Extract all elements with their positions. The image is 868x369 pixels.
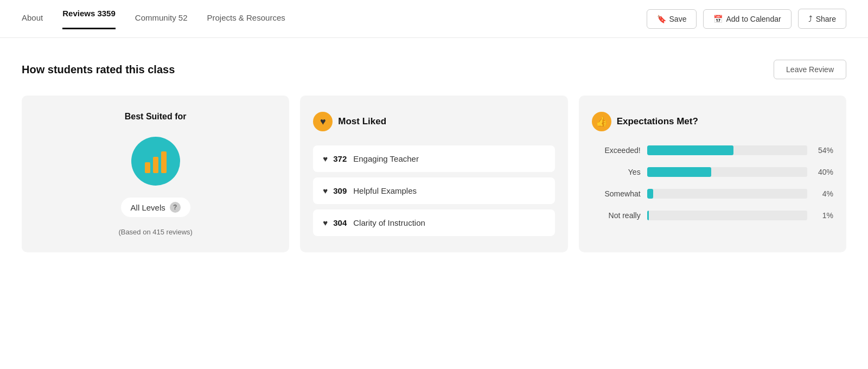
exp-bar-yes	[647, 167, 711, 177]
list-item: ♥ 304 Clarity of Instruction	[313, 209, 554, 236]
liked-label-3: Clarity of Instruction	[353, 218, 425, 227]
exp-bar-bg-exceeded	[647, 145, 807, 155]
share-button[interactable]: ⤴ Share	[798, 9, 846, 29]
heart-icon-3: ♥	[323, 218, 328, 227]
list-item: ♥ 309 Helpful Examples	[313, 177, 554, 204]
nav-community[interactable]: Community 52	[135, 13, 188, 24]
bar-2	[153, 157, 158, 173]
add-to-calendar-button[interactable]: 📅 Add to Calendar	[703, 9, 791, 29]
section-header: How students rated this class Leave Revi…	[22, 60, 846, 79]
exp-label-yes: Yes	[592, 168, 641, 176]
cards-row: Best Suited for All Levels ? (Based on 4…	[22, 96, 846, 252]
liked-label-2: Helpful Examples	[353, 186, 417, 195]
bar-3	[161, 151, 167, 173]
exp-bar-somewhat	[647, 189, 654, 199]
exp-label-somewhat: Somewhat	[592, 189, 641, 198]
nav-actions: 🔖 Save 📅 Add to Calendar ⤴ Share	[647, 9, 846, 29]
exp-label-not-really: Not really	[592, 211, 641, 220]
exp-bar-bg-yes	[647, 167, 807, 177]
expectations-row-exceeded: Exceeded! 54%	[592, 145, 833, 155]
liked-label-1: Engaging Teacher	[353, 154, 419, 163]
expectations-title: Expectations Met?	[617, 116, 698, 127]
most-liked-title: Most Liked	[338, 116, 386, 127]
expectations-header: 👍 Expectations Met?	[592, 112, 833, 131]
exp-label-exceeded: Exceeded!	[592, 146, 641, 155]
heart-icon-1: ♥	[323, 154, 328, 163]
based-on-text: (Based on 415 reviews)	[118, 228, 193, 236]
save-button[interactable]: 🔖 Save	[647, 9, 697, 29]
help-icon[interactable]: ?	[170, 202, 181, 213]
exp-bar-bg-somewhat	[647, 189, 807, 199]
exp-bar-exceeded	[647, 145, 733, 155]
exp-bar-not-really	[647, 211, 649, 220]
exp-bar-bg-not-really	[647, 211, 807, 220]
bar-1	[145, 162, 150, 173]
thumbsup-icon: 👍	[596, 116, 608, 128]
best-suited-title: Best Suited for	[125, 112, 187, 122]
leave-review-button[interactable]: Leave Review	[774, 60, 846, 79]
expectations-row-not-really: Not really 1%	[592, 211, 833, 220]
share-icon: ⤴	[808, 14, 813, 23]
liked-count-3: 304	[333, 218, 347, 227]
nav-tabs: About Reviews 3359 Community 52 Projects…	[22, 9, 285, 29]
most-liked-card: ♥ Most Liked ♥ 372 Engaging Teacher ♥ 30…	[300, 96, 567, 252]
expectations-row-somewhat: Somewhat 4%	[592, 189, 833, 199]
expectations-row-yes: Yes 40%	[592, 167, 833, 177]
section-title: How students rated this class	[22, 63, 175, 76]
level-label: All Levels	[131, 203, 165, 212]
most-liked-icon: ♥	[313, 112, 333, 131]
most-liked-header: ♥ Most Liked	[313, 112, 554, 131]
calendar-icon: 📅	[713, 15, 723, 23]
heart-icon-2: ♥	[323, 186, 328, 195]
level-badge: All Levels ?	[121, 198, 190, 217]
navigation: About Reviews 3359 Community 52 Projects…	[0, 0, 868, 38]
level-chart-icon	[131, 137, 180, 186]
exp-pct-not-really: 1%	[814, 211, 833, 220]
main-content: How students rated this class Leave Revi…	[0, 38, 868, 274]
exp-pct-exceeded: 54%	[814, 146, 833, 155]
nav-projects[interactable]: Projects & Resources	[207, 13, 285, 24]
exp-pct-yes: 40%	[814, 168, 833, 176]
bookmark-icon: 🔖	[657, 15, 666, 23]
liked-count-2: 309	[333, 186, 347, 195]
expectations-card: 👍 Expectations Met? Exceeded! 54% Yes 40…	[579, 96, 846, 252]
nav-reviews[interactable]: Reviews 3359	[62, 9, 116, 29]
best-suited-card: Best Suited for All Levels ? (Based on 4…	[22, 96, 289, 252]
liked-count-1: 372	[333, 154, 347, 163]
exp-pct-somewhat: 4%	[814, 189, 833, 198]
heart-circle-icon: ♥	[320, 116, 326, 128]
nav-about[interactable]: About	[22, 13, 43, 24]
bar-chart	[145, 149, 167, 173]
list-item: ♥ 372 Engaging Teacher	[313, 145, 554, 172]
expectations-icon: 👍	[592, 112, 611, 131]
